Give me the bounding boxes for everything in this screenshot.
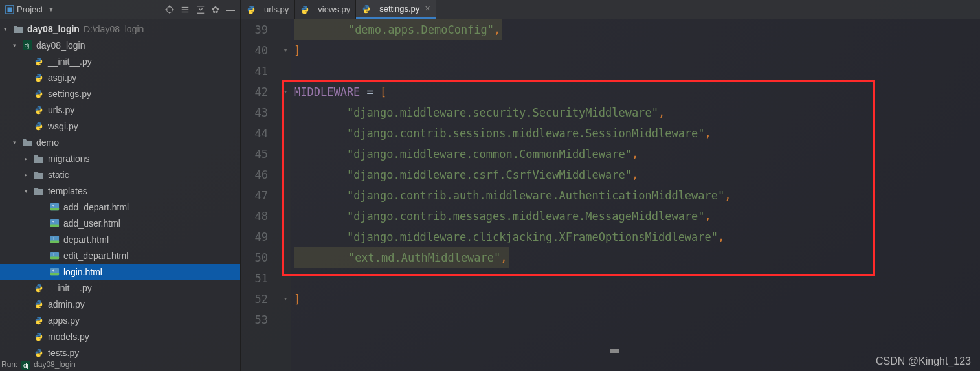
folder-migrations[interactable]: ▸migrations [0, 150, 240, 166]
tree-item-label: depart.html [63, 234, 109, 245]
close-icon[interactable]: ✕ [425, 5, 430, 13]
code-line-40[interactable]: ] [294, 40, 980, 61]
chevron-icon: ▾ [13, 139, 21, 146]
file-admin-py[interactable]: admin.py [0, 296, 240, 312]
file-edit_depart-html[interactable]: Hedit_depart.html [0, 247, 240, 264]
tree-item-label: day08_login [27, 24, 80, 34]
tab-views-py[interactable]: views.py [295, 0, 356, 19]
tree-item-label: apps.py [48, 315, 80, 326]
file-add_user-html[interactable]: Hadd_user.html [0, 215, 240, 231]
settings-icon[interactable]: ✿ [212, 5, 219, 15]
code-line-43[interactable]: "django.middleware.security.SecurityMidd… [294, 102, 980, 123]
chevron-icon: ▸ [25, 172, 32, 178]
minimize-icon[interactable]: — [226, 5, 235, 15]
project-dropdown[interactable]: Project ▼ [5, 5, 54, 14]
html-icon: H [49, 234, 60, 245]
svg-text:H: H [51, 204, 54, 208]
fold-marker [280, 164, 291, 185]
file-tests-py[interactable]: tests.py [0, 344, 240, 361]
py-icon [34, 348, 44, 358]
editor-tabs: urls.pyviews.pysettings.py✕ [241, 0, 980, 19]
folder-demo[interactable]: ▾demo [0, 134, 240, 150]
file-depart-html[interactable]: Hdepart.html [0, 231, 240, 247]
fold-marker [280, 185, 291, 206]
code-line-49[interactable]: "django.middleware.clickjacking.XFrameOp… [294, 227, 980, 247]
py-icon [34, 89, 44, 99]
project-icon [5, 5, 14, 14]
project-label-text: Project [17, 5, 43, 14]
tree-item-label: login.html [63, 267, 102, 277]
file-__init__-py[interactable]: __init__.py [0, 53, 240, 69]
run-toolwindow-label[interactable]: Run: dj day08_login [1, 360, 76, 370]
code-line-44[interactable]: "django.contrib.sessions.middleware.Sess… [294, 123, 980, 144]
file-apps-py[interactable]: apps.py [0, 312, 240, 328]
code-line-47[interactable]: "django.contrib.auth.middleware.Authenti… [294, 185, 980, 206]
sidebar-header: Project ▼ ✿ — [0, 0, 240, 19]
code-content[interactable]: "demo.apps.DemoConfig",]MIDDLEWARE = [ "… [291, 19, 980, 371]
fold-marker[interactable]: ▾ [280, 82, 291, 102]
locate-icon[interactable] [165, 5, 174, 14]
editor-area: urls.pyviews.pysettings.py✕ 394041424344… [241, 0, 980, 371]
file-asgi-py[interactable]: asgi.py [0, 69, 240, 85]
tree-item-label: add_depart.html [63, 202, 129, 212]
fold-marker [280, 268, 291, 289]
code-line-48[interactable]: "django.contrib.messages.middleware.Mess… [294, 206, 980, 227]
code-line-42[interactable]: MIDDLEWARE = [ [294, 82, 980, 102]
code-line-53[interactable] [294, 309, 980, 330]
py-icon [34, 73, 44, 83]
expand-icon[interactable] [181, 5, 190, 14]
chevron-icon: ▸ [25, 155, 32, 162]
svg-text:dj: dj [23, 362, 28, 369]
file-settings-py[interactable]: settings.py [0, 85, 240, 102]
py-icon [34, 299, 44, 309]
python-icon [300, 5, 310, 15]
folder-static[interactable]: ▸static [0, 166, 240, 183]
svg-rect-27 [50, 273, 58, 275]
file-wsgi-py[interactable]: wsgi.py [0, 118, 240, 134]
svg-text:H: H [51, 220, 54, 224]
chevron-icon: ▾ [13, 42, 21, 49]
fold-marker[interactable]: ▾ [280, 40, 291, 61]
html-icon: H [49, 267, 60, 277]
html-icon: H [49, 202, 60, 212]
tree-item-label: __init__.py [48, 56, 92, 67]
file-add_depart-html[interactable]: Hadd_depart.html [0, 199, 240, 215]
project-tree[interactable]: ▾day08_loginD:\day08_login▾djday08_login… [0, 19, 240, 371]
code-line-50[interactable]: "ext.md.AuthMiddleware", [294, 247, 980, 268]
svg-rect-21 [50, 240, 58, 243]
folder-day08_login[interactable]: ▾djday08_login [0, 37, 240, 53]
file-login-html[interactable]: Hlogin.html [0, 264, 240, 280]
fold-column[interactable]: ▾▾▾ [280, 19, 291, 371]
tab-label: settings.py [379, 4, 419, 14]
folder-day08_login[interactable]: ▾day08_loginD:\day08_login [0, 21, 240, 37]
file-urls-py[interactable]: urls.py [0, 102, 240, 118]
collapse-icon[interactable] [196, 5, 205, 14]
file-models-py[interactable]: models.py [0, 328, 240, 344]
tree-item-label: edit_depart.html [63, 251, 128, 261]
chevron-icon: ▾ [4, 26, 12, 32]
folder-templates[interactable]: ▾templates [0, 183, 240, 199]
tab-urls-py[interactable]: urls.py [241, 0, 295, 19]
code-line-41[interactable] [294, 61, 980, 82]
code-line-45[interactable]: "django.middleware.common.CommonMiddlewa… [294, 144, 980, 164]
code-line-39[interactable]: "demo.apps.DemoConfig", [294, 19, 980, 40]
svg-text:H: H [51, 236, 54, 240]
fold-marker[interactable]: ▾ [280, 289, 291, 309]
code-line-46[interactable]: "django.middleware.csrf.CsrfViewMiddlewa… [294, 164, 980, 185]
svg-rect-1 [8, 7, 12, 12]
tab-settings-py[interactable]: settings.py✕ [356, 0, 436, 19]
tree-item-label: wsgi.py [48, 121, 78, 131]
code-line-52[interactable]: ] [294, 289, 980, 309]
fold-marker [280, 123, 291, 144]
watermark-text: CSDN @Kinght_123 [876, 355, 971, 367]
folder-icon [34, 170, 44, 180]
code-line-51[interactable] [294, 268, 980, 289]
code-editor[interactable]: 394041424344454647484950515253 ▾▾▾ "demo… [241, 19, 980, 371]
fold-marker [280, 247, 291, 268]
py-icon [34, 283, 44, 293]
file-__init__-py[interactable]: __init__.py [0, 280, 240, 296]
html-icon: H [49, 218, 60, 229]
fold-marker [280, 61, 291, 82]
tree-item-label: static [48, 170, 69, 180]
fold-marker [280, 144, 291, 164]
